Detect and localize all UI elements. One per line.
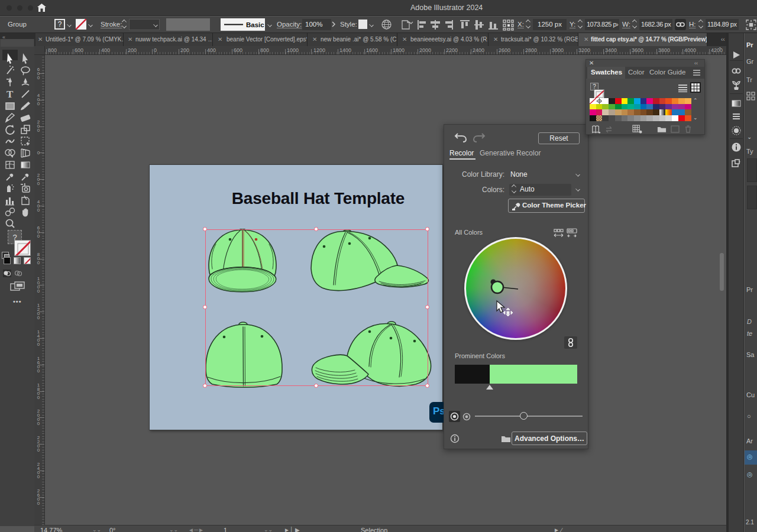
- svg-text:Basic: Basic: [246, 21, 264, 28]
- svg-text:T: T: [7, 89, 14, 100]
